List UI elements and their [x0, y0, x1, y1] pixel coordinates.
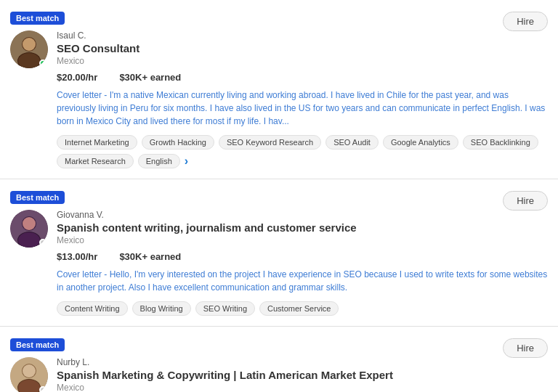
earned-1: $30K+ earned	[119, 72, 181, 83]
best-match-badge-1: Best match	[10, 12, 65, 25]
skill-tag[interactable]: SEO Backlinking	[463, 135, 538, 150]
stats-row-2: $13.00/hr $30K+ earned	[57, 251, 548, 262]
cover-letter-1: Cover letter - I'm a native Mexican curr…	[57, 89, 548, 128]
skill-tag[interactable]: Market Research	[57, 154, 134, 168]
freelancer-location-2: Mexico	[57, 235, 548, 245]
skill-tag[interactable]: Customer Service	[259, 301, 339, 316]
freelancer-name-3: Nurby L.	[57, 357, 548, 367]
freelancer-location-3: Mexico	[57, 383, 548, 392]
card-content-1: Isaul C. SEO Consultant Mexico $20.00/hr…	[57, 30, 548, 168]
card-content-2: Giovanna V. Spanish content writing, jou…	[57, 210, 548, 316]
online-indicator-2	[39, 239, 46, 246]
avatar-2	[10, 210, 48, 248]
skill-tag[interactable]: SEO Writing	[195, 301, 255, 316]
online-indicator-3	[39, 386, 46, 392]
svg-point-4	[18, 53, 40, 68]
freelancer-name-2: Giovanna V.	[57, 210, 548, 220]
hire-button-1[interactable]: Hire	[503, 12, 548, 31]
skill-tag[interactable]: SEO Keyword Research	[219, 135, 321, 150]
skill-tag[interactable]: Growth Hacking	[142, 135, 214, 150]
skill-tag[interactable]: Google Analytics	[383, 135, 458, 150]
skill-tag[interactable]: Internet Marketing	[57, 135, 137, 150]
online-indicator-1	[39, 60, 46, 67]
freelancer-card-1: Best match Hire Isaul C. SEO Consultant …	[0, 0, 558, 179]
svg-point-9	[18, 232, 40, 248]
freelancer-name-1: Isaul C.	[57, 30, 548, 41]
skills-row-1: Internet Marketing Growth Hacking SEO Ke…	[57, 135, 548, 168]
avatar-3	[10, 357, 48, 392]
rate-1: $20.00/hr	[57, 72, 97, 83]
skill-tag[interactable]: Blog Writing	[132, 301, 191, 316]
best-match-badge-3: Best match	[10, 338, 65, 351]
freelancer-title-1: SEO Consultant	[57, 42, 548, 54]
svg-point-3	[23, 38, 36, 51]
card-main-3: Nurby L. Spanish Marketing & Copywriting…	[10, 357, 548, 392]
skills-row-2: Content Writing Blog Writing SEO Writing…	[57, 301, 548, 316]
skill-tag[interactable]: SEO Audit	[326, 135, 379, 150]
freelancer-card-2: Best match Hire Giovanna V. Spanish cont…	[0, 179, 558, 327]
freelancer-card-3: Best match Hire Nurby L. Spanish Marketi…	[0, 327, 558, 392]
skill-tag[interactable]: English	[138, 154, 180, 168]
svg-point-8	[23, 217, 36, 230]
svg-point-13	[23, 364, 36, 377]
hire-button-2[interactable]: Hire	[503, 191, 548, 211]
card-main-2: Giovanna V. Spanish content writing, jou…	[10, 210, 548, 316]
earned-2: $30K+ earned	[119, 251, 181, 262]
skill-tag[interactable]: Content Writing	[57, 301, 128, 316]
freelancer-location-1: Mexico	[57, 56, 548, 66]
card-content-3: Nurby L. Spanish Marketing & Copywriting…	[57, 357, 548, 392]
best-match-badge-2: Best match	[10, 191, 65, 204]
stats-row-1: $20.00/hr $30K+ earned	[57, 72, 548, 83]
hire-button-3[interactable]: Hire	[503, 338, 548, 358]
cover-letter-2: Cover letter - Hello, I'm very intereste…	[57, 268, 548, 294]
rate-2: $13.00/hr	[57, 251, 97, 262]
avatar-1	[10, 30, 48, 68]
freelancer-title-2: Spanish content writing, journalism and …	[57, 221, 548, 234]
more-skills-button-1[interactable]: ›	[185, 155, 188, 168]
card-main-1: Isaul C. SEO Consultant Mexico $20.00/hr…	[10, 30, 548, 168]
freelancer-title-3: Spanish Marketing & Copywriting | Latin …	[57, 369, 548, 381]
